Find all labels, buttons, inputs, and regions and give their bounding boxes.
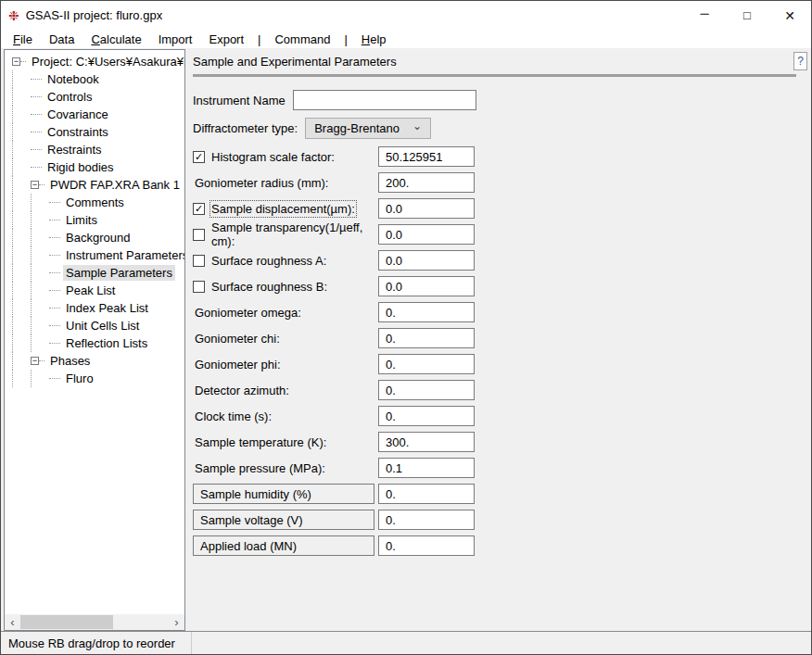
tree-item-sample-parameters[interactable]: Sample Parameters [5,264,184,282]
tree-item-label[interactable]: Restraints [44,142,105,157]
menu-command[interactable]: Command [266,32,338,46]
parameter-value-input[interactable] [378,302,475,322]
checkbox-unchecked[interactable] [193,229,205,241]
row-label-cell: Goniometer chi: [193,332,374,346]
tree-item-comments[interactable]: Comments [5,194,184,211]
parameter-value-input[interactable] [378,198,475,219]
parameter-label: Sample temperature (K): [193,435,326,449]
tree-item-label[interactable]: Comments [63,195,127,210]
scrollbar-track[interactable] [20,614,169,630]
parameter-value-input[interactable] [378,224,475,245]
tree-item-label[interactable]: PWDR FAP.XRA Bank 1 [47,177,183,193]
parameter-value-input[interactable] [378,328,475,348]
menu-data[interactable]: Data [41,32,82,46]
tree-item-index-peak-list[interactable]: Index Peak List [5,299,184,317]
parameter-value-input[interactable] [378,172,475,193]
tree-guide-line [31,194,49,211]
tree-item-label[interactable]: Constraints [44,124,111,140]
tree-item-project-c-users-asakura-deskt[interactable]: −Project: C:¥Users¥Asakura¥Deskt [5,53,184,70]
tree-item-constraints[interactable]: Constraints [5,123,184,141]
checkbox-unchecked[interactable] [193,281,205,293]
parameter-label: Detector azimuth: [193,384,289,397]
tree-item-controls[interactable]: Controls [5,88,184,106]
tree-item-restraints[interactable]: Restraints [5,141,184,158]
parameter-value-input[interactable] [378,276,475,296]
tree-item-label[interactable]: Controls [44,89,95,105]
tree-connector [39,360,44,361]
checkbox-checked[interactable]: ✓ [193,151,205,163]
minimize-button[interactable]: ─ [683,1,726,30]
tree-item-label[interactable]: Limits [63,212,100,228]
tree-item-label[interactable]: Reflection Lists [63,335,150,351]
tree-item-label[interactable]: Peak List [63,283,118,298]
collapse-toggle-icon[interactable]: − [31,357,39,365]
tree-guide-line [12,352,31,370]
tree-item-covariance[interactable]: Covariance [5,106,184,123]
tree-item-instrument-parameters[interactable]: Instrument Parameters [5,246,184,264]
parameter-value-input[interactable] [378,458,475,478]
diffractometer-select[interactable]: Bragg-Brentano ⌄ [305,118,431,139]
tree-item-label[interactable]: Covariance [44,107,111,122]
tree-item-peak-list[interactable]: Peak List [5,282,184,299]
tree-guide-line [12,370,31,387]
close-button[interactable]: ✕ [768,1,811,30]
tree-item-phases[interactable]: −Phases [5,352,184,370]
tree-item-notebook[interactable]: Notebook [5,70,184,88]
collapse-toggle-icon[interactable]: − [12,57,20,66]
menu-calculate[interactable]: Calculate [82,32,149,46]
menu-import[interactable]: Import [150,32,201,46]
scroll-right-arrow-icon[interactable]: › [169,614,184,630]
boxed-parameter-label[interactable]: Applied load (MN) [193,535,374,556]
parameter-value-input[interactable] [378,250,475,271]
minimize-icon: ─ [700,6,708,20]
parameter-value-input[interactable] [378,535,475,556]
parameter-value-input[interactable] [378,146,475,167]
tree-item-label[interactable]: Fluro [63,371,96,386]
parameter-value-input[interactable] [378,510,475,530]
content-header: Sample and Experimental Parameters ? [193,48,811,74]
tree-item-rigid-bodies[interactable]: Rigid bodies [5,158,184,176]
tree-item-label[interactable]: Phases [47,353,93,369]
help-button[interactable]: ? [793,52,807,70]
tree-connector [49,237,60,238]
parameter-value-input[interactable] [378,406,475,426]
menu-file[interactable]: File [5,32,41,46]
tree-item-unit-cells-list[interactable]: Unit Cells List [5,317,184,334]
tree-item-pwdr-fap-xra-bank-1[interactable]: −PWDR FAP.XRA Bank 1 [5,176,184,194]
tree-item-label[interactable]: Unit Cells List [63,318,142,334]
tree-horizontal-scrollbar[interactable]: ‹ › [5,614,184,630]
instrument-name-input[interactable] [293,90,476,110]
tree-item-label[interactable]: Sample Parameters [63,265,175,281]
tree-item-label[interactable]: Instrument Parameters [63,247,184,263]
scrollbar-thumb[interactable] [20,615,113,629]
checkbox-unchecked[interactable] [193,255,205,267]
parameter-value-input[interactable] [378,380,475,400]
menu-export[interactable]: Export [200,32,252,46]
parameter-value-input[interactable] [378,432,475,452]
tree-item-label[interactable]: Rigid bodies [44,159,117,175]
tree-item-label[interactable]: Index Peak List [63,300,151,316]
tree-guide-line [12,106,31,123]
maximize-button[interactable]: □ [726,1,768,30]
tree-connector [49,202,60,203]
tree-item-label[interactable]: Project: C:¥Users¥Asakura¥Deskt [29,54,184,69]
boxed-parameter-label[interactable]: Sample humidity (%) [193,484,374,504]
parameter-value-input[interactable] [378,354,475,374]
tree-item-fluro[interactable]: Fluro [5,370,184,387]
parameter-label: Sample pressure (MPa): [193,461,325,475]
tree-item-label[interactable]: Notebook [44,71,102,87]
row-label-cell: Sample voltage (V) [193,510,374,530]
tree-guide-line [12,194,31,211]
menu-help[interactable]: Help [353,32,395,46]
parameter-value-input[interactable] [378,484,475,504]
scroll-left-arrow-icon[interactable]: ‹ [5,614,20,630]
row-label-cell: Goniometer radius (mm): [193,176,374,190]
tree-item-reflection-lists[interactable]: Reflection Lists [5,334,184,352]
collapse-toggle-icon[interactable]: − [31,181,39,189]
tree-item-limits[interactable]: Limits [5,211,184,229]
tree-item-label[interactable]: Background [63,230,133,246]
boxed-parameter-label[interactable]: Sample voltage (V) [193,510,374,530]
tree-item-background[interactable]: Background [5,229,184,246]
form-row: Clock time (s): [193,406,811,426]
checkbox-checked[interactable]: ✓ [193,203,205,215]
